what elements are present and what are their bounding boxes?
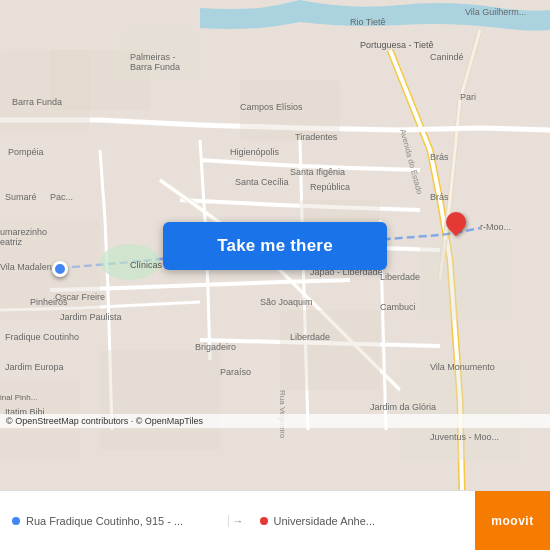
svg-text:Tiradentes: Tiradentes	[295, 132, 338, 142]
map-area: Barra Funda Pompéia Palmeiras - Barra Fu…	[0, 0, 550, 490]
svg-text:inal Pinh...: inal Pinh...	[0, 393, 37, 402]
svg-text:Santa Cecília: Santa Cecília	[235, 177, 289, 187]
svg-text:Vila Madalena: Vila Madalena	[0, 262, 57, 272]
app: Barra Funda Pompéia Palmeiras - Barra Fu…	[0, 0, 550, 550]
svg-text:República: República	[310, 182, 350, 192]
moovit-label: moovit	[491, 514, 533, 528]
svg-text:Pinheiros: Pinheiros	[30, 297, 68, 307]
svg-text:Rio Tietê: Rio Tietê	[350, 17, 386, 27]
svg-text:Cambuci: Cambuci	[380, 302, 416, 312]
svg-text:Fradique Coutinho: Fradique Coutinho	[5, 332, 79, 342]
svg-text:Jardim Paulista: Jardim Paulista	[60, 312, 122, 322]
svg-rect-7	[420, 240, 510, 320]
destination-indicator	[260, 517, 268, 525]
take-me-there-button[interactable]: Take me there	[163, 222, 387, 270]
attribution-text: © OpenStreetMap contributors · © OpenMap…	[6, 416, 203, 426]
svg-text:Barra Funda: Barra Funda	[130, 62, 180, 72]
origin-indicator	[12, 517, 20, 525]
svg-text:Clínicas: Clínicas	[130, 260, 163, 270]
svg-text:umarezinho: umarezinho	[0, 227, 47, 237]
svg-text:Paraíso: Paraíso	[220, 367, 251, 377]
bottom-bar: Rua Fradique Coutinho, 915 - ... → Unive…	[0, 490, 550, 550]
origin-inner: Rua Fradique Coutinho, 915 - ...	[12, 515, 216, 527]
svg-text:Pac...: Pac...	[50, 192, 73, 202]
svg-text:Palmeiras -: Palmeiras -	[130, 52, 176, 62]
svg-text:Santa Ifigênia: Santa Ifigênia	[290, 167, 345, 177]
svg-text:Vila Monumento: Vila Monumento	[430, 362, 495, 372]
svg-text:Brás: Brás	[430, 192, 449, 202]
destination-section: Universidade Anhe...	[248, 515, 476, 527]
origin-label: Rua Fradique Coutinho, 915 - ...	[26, 515, 183, 527]
svg-text:Brás: Brás	[430, 152, 449, 162]
origin-section: Rua Fradique Coutinho, 915 - ...	[0, 515, 229, 527]
svg-text:Brigadeiro: Brigadeiro	[195, 342, 236, 352]
svg-text:São Joaquim: São Joaquim	[260, 297, 313, 307]
origin-dot	[52, 261, 68, 277]
svg-rect-8	[280, 310, 380, 390]
destination-pin	[446, 212, 466, 232]
svg-rect-10	[100, 350, 220, 450]
svg-text:Juventus - Moo...: Juventus - Moo...	[430, 432, 499, 442]
svg-text:r-Moo...: r-Moo...	[480, 222, 511, 232]
arrow-icon: →	[233, 515, 244, 527]
svg-text:Pompéia: Pompéia	[8, 147, 44, 157]
svg-text:Pari: Pari	[460, 92, 476, 102]
svg-text:Sumaré: Sumaré	[5, 192, 37, 202]
svg-text:Vila Guilherm...: Vila Guilherm...	[465, 7, 526, 17]
pin-head	[442, 208, 470, 236]
svg-text:Higienópolis: Higienópolis	[230, 147, 280, 157]
svg-text:eatriz: eatriz	[0, 237, 23, 247]
svg-text:Liberdade: Liberdade	[380, 272, 420, 282]
svg-text:Canindé: Canindé	[430, 52, 464, 62]
destination-label: Universidade Anhe...	[274, 515, 376, 527]
moovit-logo: moovit	[475, 491, 550, 551]
svg-text:Jardim da Glória: Jardim da Glória	[370, 402, 436, 412]
svg-text:Jardim Europa: Jardim Europa	[5, 362, 64, 372]
map-attribution: © OpenStreetMap contributors · © OpenMap…	[0, 414, 550, 428]
svg-text:Barra Funda: Barra Funda	[12, 97, 62, 107]
svg-text:Liberdade: Liberdade	[290, 332, 330, 342]
svg-text:Portuguesa - Tietê: Portuguesa - Tietê	[360, 40, 434, 50]
destination-inner: Universidade Anhe...	[260, 515, 464, 527]
svg-text:Campos Elísios: Campos Elísios	[240, 102, 303, 112]
